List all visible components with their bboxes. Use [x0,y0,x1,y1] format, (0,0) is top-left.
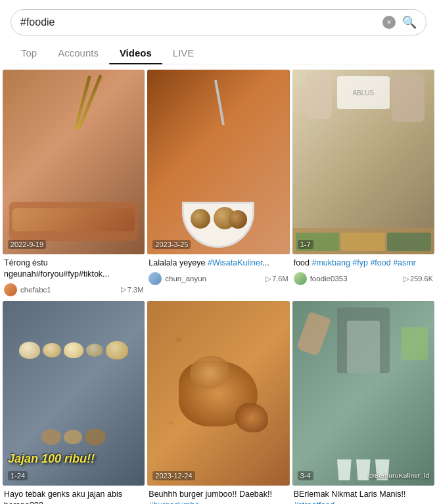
video-date: 2022-9-19 [8,240,46,249]
video-date: 2023-3-25 [152,240,191,249]
play-count: ▷ 7.3M [121,285,143,294]
tabs-bar: Top Accounts Videos LIVE [11,42,426,64]
clear-button[interactable]: × [382,16,396,29]
video-title: food #mukbang #fyp #food #asmr [294,258,433,269]
video-title: Beuhhh burger jumboo!! Daebak!! #burgerj… [149,489,288,504]
video-card[interactable]: 2023-3-25 Lalalala yeyeye #WisataKuliner… [147,70,289,298]
food-row [296,233,431,251]
tab-top[interactable]: Top [11,42,47,64]
video-date: 1-7 [298,240,313,249]
video-thumbnail: 3-4 @BerburuKuliner_id [292,301,434,486]
tab-accounts[interactable]: Accounts [47,42,109,64]
tab-videos[interactable]: Videos [109,42,162,64]
video-thumbnail: Jajan 100 ribu!! 1-24 [3,301,145,486]
avatar [4,283,17,296]
play-count: ▷ 7.6M [265,275,288,283]
video-info: Hayo tebak genks aku jajan abis berapa??… [3,486,145,504]
hand [296,311,331,356]
video-meta: foodie0353 ▷ 259.6K [294,272,433,285]
video-info: Lalalala yeyeye #WisataKuliner... chun_a… [147,254,289,287]
video-watermark: @BerburuKuliner_id [368,472,429,479]
video-grid: 2022-9-19 Térong éstu ngeunah#foryou#fyp… [0,64,437,504]
clear-icon: × [386,18,391,27]
play-icon: ▷ [403,275,409,283]
video-title: BErlemak Nikmat Laris Manis!! #streetfoo… [294,489,433,504]
username: chefabc1 [20,286,118,294]
play-icon: ▷ [265,275,271,283]
video-info: BErlemak Nikmat Laris Manis!! #streetfoo… [292,486,434,504]
video-card[interactable]: Jajan 100 ribu!! 1-24 Hayo tebak genks a… [3,301,145,504]
thumb-bg: ABLUS [292,70,434,254]
tshirt: ABLUS [337,76,390,109]
search-button[interactable]: 🔍 [402,15,417,30]
search-icon: 🔍 [402,16,417,29]
avatar [149,272,162,285]
play-icon: ▷ [121,285,126,294]
thumb-bg [3,70,145,254]
video-card[interactable]: 2022-9-19 Térong éstu ngeunah#foryou#fyp… [3,70,145,298]
video-title: Lalalala yeyeye #WisataKuliner... [149,258,288,269]
food-item [12,208,135,231]
fork [214,80,225,126]
video-thumbnail: 2022-9-19 [3,70,145,254]
play-count: ▷ 259.6K [403,275,433,283]
bag [402,327,428,360]
video-thumbnail: 2023-12-24 [147,301,289,486]
video-thumbnail: ABLUS 1-7 [292,70,434,254]
video-title: Hayo tebak genks aku jajan abis berapa??… [4,489,143,504]
tab-live[interactable]: LIVE [162,42,205,64]
machine-inner [347,321,380,373]
video-date: 1-24 [8,471,28,480]
meatball-3 [229,210,247,229]
search-bar: × 🔍 [11,9,426,35]
video-date: 2023-12-24 [152,471,195,480]
video-meta: chefabc1 ▷ 7.3M [4,283,143,296]
video-meta: chun_anyun ▷ 7.6M [149,272,288,285]
meatball-1 [191,209,210,229]
person-left [306,73,332,119]
video-card[interactable]: 2023-12-24 Beuhhh burger jumboo!! Daebak… [147,301,289,504]
thumb-bg [292,301,434,486]
person-right [392,73,425,122]
thumb-bg [147,301,289,486]
video-info: Térong éstu ngeunah#foryou#fyp#tiktok...… [3,254,145,298]
video-info: Beuhhh burger jumboo!! Daebak!! #burgerj… [147,486,289,504]
video-title: Térong éstu ngeunah#foryou#fyp#tiktok... [4,258,143,280]
username: chun_anyun [165,275,262,283]
video-card[interactable]: 3-4 @BerburuKuliner_id BErlemak Nikmat L… [292,301,434,504]
avatar [294,272,307,285]
username: foodie0353 [310,275,400,283]
bowl [182,202,254,248]
video-thumbnail: 2023-3-25 [147,70,289,254]
video-date: 3-4 [298,471,313,480]
thumb-bg [147,70,289,254]
video-card[interactable]: ABLUS 1-7 food #mukbang #fyp #food #asmr… [292,70,434,298]
video-overlay-text: Jajan 100 ribu!! [8,452,139,467]
search-input[interactable] [20,16,382,28]
video-info: food #mukbang #fyp #food #asmr foodie035… [292,254,434,287]
chicken-piece-3 [235,403,268,432]
